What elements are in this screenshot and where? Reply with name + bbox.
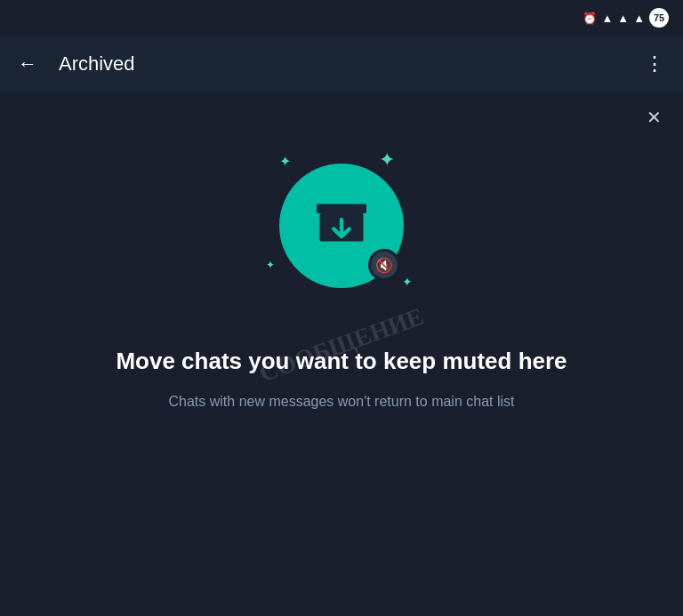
archive-icon bbox=[310, 195, 373, 257]
wifi-icon: ▲ bbox=[601, 12, 613, 25]
mute-badge: 🔇 bbox=[368, 249, 400, 281]
sub-text: Chats with new messages won't return to … bbox=[169, 391, 515, 412]
archive-circle: 🔇 bbox=[279, 164, 404, 288]
svg-rect-0 bbox=[317, 204, 366, 214]
main-content: ✕ ✦ ✦ ✦ ✦ 🔇 Move chats you want to keep … bbox=[0, 92, 683, 430]
back-button[interactable]: ← bbox=[14, 49, 41, 79]
status-bar: ⏰ ▲ ▲ ▲ 75 bbox=[0, 0, 683, 36]
signal-icon-2: ▲ bbox=[633, 12, 645, 25]
close-button[interactable]: ✕ bbox=[647, 107, 662, 128]
alarm-icon: ⏰ bbox=[583, 12, 597, 25]
status-icons: ⏰ ▲ ▲ ▲ 75 bbox=[583, 8, 669, 28]
toolbar: ← Archived ⋮ bbox=[0, 36, 683, 92]
battery-level: 75 bbox=[649, 8, 669, 28]
signal-icon-1: ▲ bbox=[617, 12, 629, 25]
sparkle-icon-tr: ✦ bbox=[379, 150, 395, 170]
more-options-button[interactable]: ⋮ bbox=[641, 49, 669, 79]
sparkle-icon-tl: ✦ bbox=[279, 155, 291, 169]
mute-icon: 🔇 bbox=[375, 257, 393, 274]
sparkle-icon-bl: ✦ bbox=[266, 260, 275, 270]
page-title: Archived bbox=[59, 52, 623, 76]
icon-container: ✦ ✦ ✦ ✦ 🔇 bbox=[253, 137, 430, 315]
sparkle-icon-br: ✦ bbox=[402, 276, 413, 288]
main-title: Move chats you want to keep muted here bbox=[116, 347, 566, 377]
